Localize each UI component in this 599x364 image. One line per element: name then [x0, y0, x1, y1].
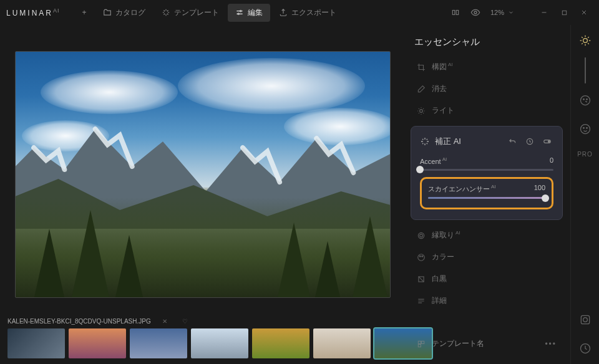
- add-button[interactable]: +: [75, 4, 94, 21]
- app-logo: LUMINARAI: [6, 7, 60, 17]
- tool-light[interactable]: ライト: [408, 100, 565, 121]
- palette-icon: [417, 253, 426, 262]
- eye-icon[interactable]: [467, 4, 484, 21]
- main-photo[interactable]: [15, 51, 391, 298]
- svg-point-21: [583, 99, 584, 100]
- folder-icon: [103, 8, 112, 17]
- details-icon: [417, 297, 426, 305]
- filmstrip[interactable]: [7, 328, 398, 358]
- thumbnail[interactable]: [7, 328, 65, 358]
- export-icon: [279, 8, 288, 17]
- svg-rect-2: [452, 11, 455, 15]
- thumbnail[interactable]: [69, 328, 126, 358]
- slider-accent[interactable]: AccentAI0: [420, 156, 553, 171]
- svg-point-1: [238, 13, 239, 14]
- thumbnail[interactable]: [191, 328, 248, 358]
- svg-point-4: [474, 11, 477, 14]
- thumbnail[interactable]: [313, 328, 371, 358]
- sparkle-icon: [162, 8, 170, 17]
- tool-edge[interactable]: 縁取りAI: [408, 225, 565, 246]
- vignette-icon: [417, 231, 426, 240]
- highlighted-slider-sky: スカイエンハンサーAI100: [420, 177, 553, 210]
- nav-edit[interactable]: 編集: [228, 4, 270, 22]
- sliders-icon: [235, 8, 244, 17]
- rail-essentials-icon[interactable]: [578, 34, 592, 47]
- svg-point-10: [418, 232, 424, 238]
- window-maximize-icon[interactable]: [555, 4, 573, 21]
- svg-rect-18: [418, 344, 421, 347]
- svg-point-19: [583, 39, 587, 43]
- svg-rect-5: [562, 11, 566, 14]
- svg-point-25: [586, 128, 587, 129]
- compare-icon[interactable]: [447, 4, 464, 21]
- svg-rect-26: [581, 315, 589, 323]
- svg-point-20: [580, 96, 590, 105]
- rail-creative-icon[interactable]: [578, 93, 592, 107]
- tool-erase[interactable]: 消去: [408, 79, 565, 99]
- more-icon[interactable]: •••: [545, 340, 557, 348]
- bw-icon: [417, 275, 426, 284]
- svg-point-9: [548, 141, 550, 143]
- svg-point-13: [419, 256, 421, 257]
- tool-details[interactable]: 詳細: [408, 290, 565, 311]
- window-minimize-icon[interactable]: [535, 4, 553, 21]
- svg-point-27: [583, 318, 587, 322]
- rail-indicator: [585, 57, 586, 84]
- svg-rect-16: [418, 341, 421, 343]
- tool-composition[interactable]: 構図AI: [408, 57, 565, 77]
- svg-point-22: [586, 99, 587, 100]
- sun-icon: [417, 107, 426, 115]
- template-icon: [417, 340, 426, 348]
- svg-point-0: [240, 11, 241, 12]
- thumbnail[interactable]: [130, 328, 187, 358]
- tool-bw[interactable]: 白黒: [408, 269, 565, 289]
- enhance-icon: [420, 136, 430, 146]
- svg-point-6: [420, 109, 423, 112]
- rail-pro-label[interactable]: PRO: [577, 151, 593, 158]
- svg-point-23: [580, 125, 590, 134]
- svg-rect-17: [422, 341, 424, 343]
- tool-color[interactable]: カラー: [408, 247, 565, 267]
- heart-icon[interactable]: ♡: [178, 317, 192, 326]
- reset-icon[interactable]: [524, 135, 536, 148]
- nav-catalog[interactable]: カタログ: [95, 4, 153, 22]
- svg-rect-3: [456, 11, 459, 15]
- toggle-icon[interactable]: [541, 135, 553, 148]
- filmstrip-close-icon[interactable]: ✕: [158, 317, 171, 326]
- nav-templates[interactable]: テンプレート: [154, 4, 226, 22]
- panel-section-title: エッセンシャル: [408, 32, 565, 57]
- svg-point-24: [583, 128, 584, 129]
- rail-mask-icon[interactable]: [578, 313, 592, 327]
- eraser-icon: [417, 85, 426, 93]
- nav-export[interactable]: エクスポート: [271, 4, 344, 22]
- filename-label: KALEN-EMSLEY-BKCI_8QCDVQ-UNSPLASH.JPG: [7, 318, 151, 325]
- rail-history-icon[interactable]: [578, 342, 592, 355]
- rail-portrait-icon[interactable]: [578, 122, 592, 136]
- svg-point-11: [420, 234, 423, 237]
- svg-point-14: [422, 256, 423, 257]
- tool-enhance-panel: 補正 AI AccentAI0 スカイエンハンサーAI100: [411, 126, 563, 220]
- undo-icon[interactable]: [506, 135, 519, 148]
- svg-point-12: [418, 254, 425, 261]
- thumbnail[interactable]: [252, 328, 309, 358]
- window-close-icon[interactable]: [575, 4, 593, 21]
- crop-icon: [417, 63, 426, 72]
- zoom-dropdown[interactable]: 12%: [487, 9, 518, 16]
- slider-sky-enhancer[interactable]: スカイエンハンサーAI100: [428, 184, 545, 199]
